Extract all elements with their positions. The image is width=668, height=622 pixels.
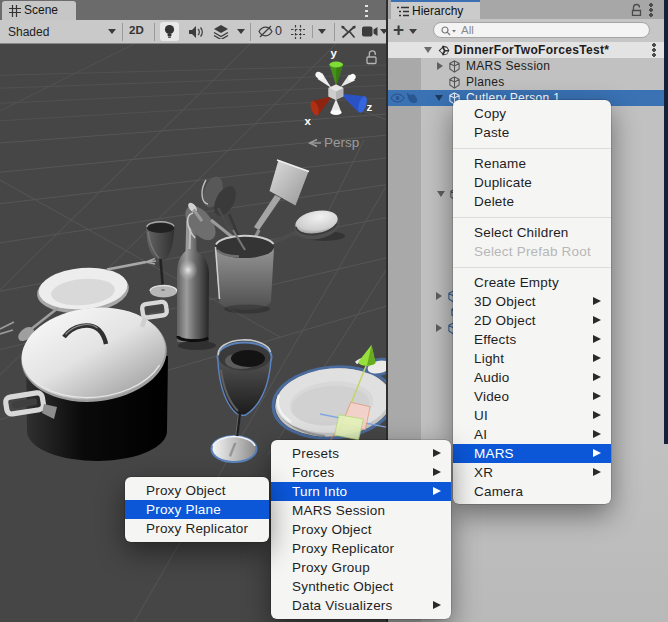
svg-text:y: y	[331, 47, 338, 59]
svg-text:Persp: Persp	[324, 135, 359, 150]
svg-text:x: x	[305, 115, 312, 127]
svg-text:z: z	[367, 101, 373, 113]
